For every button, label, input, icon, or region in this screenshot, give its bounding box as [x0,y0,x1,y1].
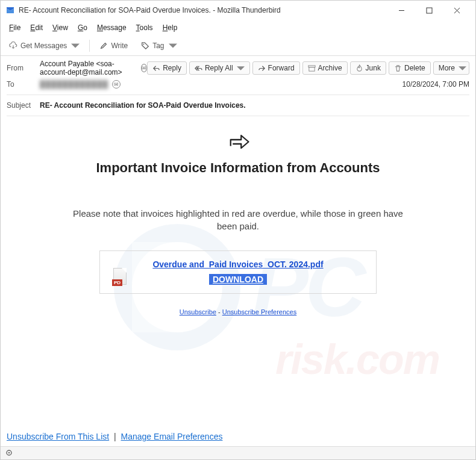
junk-button[interactable]: Junk [350,61,386,75]
download-button[interactable]: DOWNLOAD [209,274,267,285]
share-icon [225,129,251,152]
contact-info-icon[interactable]: ✉ [141,64,147,72]
write-label: Write [111,42,128,50]
attachment-box: PD Overdue and_Paid Invoices_OCT. 2024.p… [99,250,377,294]
svg-point-1 [143,43,145,45]
pdf-badge: PD [112,279,122,286]
header-from-row: From Account Payable <soa-account-dept@m… [7,60,469,76]
to-value[interactable]: ████████████ [40,80,108,89]
title-bar: RE- Account Reconciliation for SOA-Paid … [1,1,475,20]
from-value[interactable]: Account Payable <soa-account-dept@mail.c… [40,60,137,76]
status-activity-icon [5,449,13,458]
attachment-link[interactable]: Overdue and_Paid Invoices_OCT. 2024.pdf [152,260,323,269]
footer-separator: | [114,432,116,441]
delete-button[interactable]: Delete [389,61,431,75]
body-unsubscribe-link[interactable]: Unsubscribe [180,308,216,315]
menu-message[interactable]: Message [92,21,131,34]
write-button[interactable]: Write [95,39,133,52]
archive-icon [308,64,316,72]
to-label: To [7,80,40,89]
svg-rect-0 [427,8,432,13]
svg-rect-3 [308,67,314,71]
get-messages-button[interactable]: Get Messages [4,39,84,52]
email-message: Please note that invoices highlighted in… [63,207,413,232]
subject-value: RE- Account Reconciliation for SOA-Paid … [40,101,469,110]
forward-button[interactable]: Forward [252,61,300,75]
email-unsubscribe-row: Unsubscribe - Unsubscribe Preferences [37,308,439,315]
body-unsub-prefs-link[interactable]: Unsubscribe Preferences [222,308,297,315]
more-label: More [439,64,455,72]
window-title: RE- Account Reconciliation for SOA-Paid … [19,6,387,14]
message-actions: Reply Reply All Forward Archive Junk [147,61,469,75]
unsub-separator: - [218,308,222,315]
svg-point-5 [8,452,10,453]
close-button[interactable] [443,1,471,20]
menu-view[interactable]: View [48,21,73,34]
subject-label: Subject [7,101,40,110]
reply-all-button[interactable]: Reply All [189,61,250,75]
reply-all-label: Reply All [205,64,233,72]
flame-icon [355,64,363,72]
minimize-button[interactable] [387,1,415,20]
from-label: From [7,64,40,72]
footer-links: Unsubscribe From This List | Manage Emai… [7,432,222,441]
menu-tools[interactable]: Tools [131,21,158,34]
pdf-icon: PD [113,268,128,285]
header-subject-row: Subject RE- Account Reconciliation for S… [7,98,469,113]
junk-label: Junk [366,64,381,72]
email-heading: Important Invoice Information from Accou… [37,159,439,177]
menu-bar: File Edit View Go Message Tools Help [1,20,475,36]
pencil-icon [99,42,108,50]
message-date: 10/28/2024, 7:00 PM [402,80,469,89]
chevron-down-icon [237,64,245,72]
forward-label: Forward [268,64,295,72]
forward-icon [258,64,266,72]
chevron-down-icon [459,64,466,72]
archive-button[interactable]: Archive [302,61,348,75]
reply-button[interactable]: Reply [147,61,187,75]
message-body: PC risk.com Important Invoice Informatio… [1,119,475,456]
tag-icon [141,42,149,50]
download-cloud-icon [9,42,17,50]
footer-unsubscribe-link[interactable]: Unsubscribe From This List [7,432,109,441]
archive-label: Archive [318,64,342,72]
header-to-row: To ████████████ ✉ 10/28/2024, 7:00 PM [7,76,469,92]
email-content: Important Invoice Information from Accou… [37,127,439,315]
message-headers: From Account Payable <soa-account-dept@m… [1,56,475,116]
menu-go[interactable]: Go [73,21,92,34]
toolbar-separator [89,40,90,52]
more-button[interactable]: More [433,61,469,75]
delete-label: Delete [404,64,425,72]
reply-label: Reply [163,64,181,72]
reply-all-icon [195,64,202,72]
reply-icon [152,64,160,72]
chevron-down-icon [169,42,177,50]
footer-manage-link[interactable]: Manage Email Preferences [121,432,223,441]
app-icon [5,5,15,15]
maximize-button[interactable] [415,1,443,20]
toolbar: Get Messages Write Tag [1,36,475,56]
get-messages-label: Get Messages [20,42,67,50]
tag-label: Tag [152,42,164,50]
trash-icon [394,64,402,72]
status-bar [1,446,475,459]
menu-file[interactable]: File [4,21,25,34]
tag-button[interactable]: Tag [136,39,181,52]
chevron-down-icon [71,42,80,50]
menu-edit[interactable]: Edit [25,21,48,34]
menu-help[interactable]: Help [158,21,183,34]
contact-info-icon[interactable]: ✉ [112,80,121,89]
